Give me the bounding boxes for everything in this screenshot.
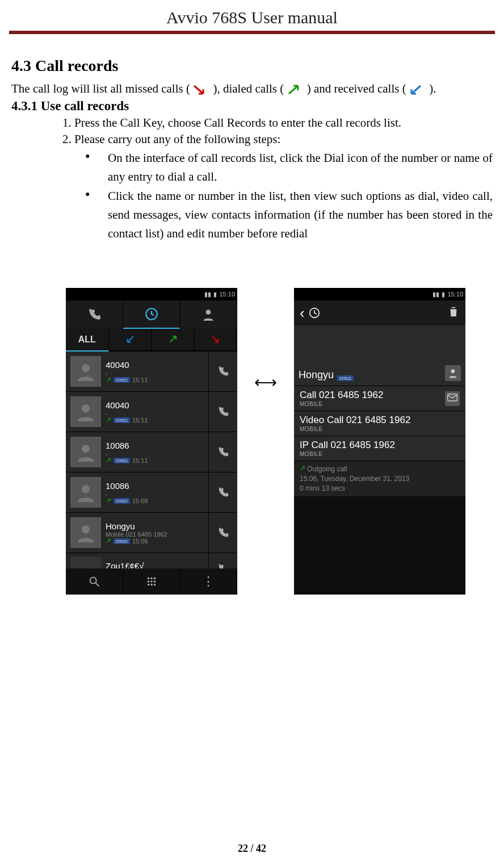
call-time: 15:11 bbox=[132, 376, 148, 383]
back-button[interactable]: ‹ bbox=[300, 304, 305, 322]
list-item[interactable]: Zou1£¢€√ Mobile 159 2110 4708 bbox=[66, 553, 237, 568]
call-sub: - bbox=[106, 370, 108, 376]
call-name: Zou1£¢€√ bbox=[106, 561, 208, 569]
tab-contacts[interactable] bbox=[180, 300, 237, 329]
action-call[interactable]: Call 021 6485 1962 MOBILE bbox=[294, 386, 465, 411]
list-item[interactable]: 10086 - cmcc 15:08 bbox=[66, 472, 237, 513]
intro-part-3: ) and received calls ( bbox=[307, 82, 406, 95]
avatar bbox=[70, 557, 101, 568]
contact-name: Hongyu bbox=[299, 369, 334, 381]
call-name: 10086 bbox=[106, 441, 208, 450]
top-tabs bbox=[66, 300, 237, 329]
svg-point-5 bbox=[82, 485, 90, 493]
subsection-heading: 4.3.1 Use call records bbox=[11, 99, 493, 114]
call-time: 15:06 bbox=[132, 538, 148, 545]
carrier-badge: cmcc bbox=[114, 498, 130, 504]
dial-button[interactable] bbox=[208, 472, 237, 512]
tab-recent[interactable] bbox=[123, 300, 180, 329]
search-button[interactable] bbox=[66, 568, 123, 595]
contact-avatar-icon bbox=[445, 365, 461, 381]
filter-received[interactable] bbox=[109, 329, 152, 352]
section-heading: 4.3 Call records bbox=[11, 57, 493, 75]
svg-point-16 bbox=[153, 584, 156, 586]
step-1: 1. Press the Call Key, choose Call Recor… bbox=[62, 116, 493, 130]
outgoing-icon bbox=[106, 458, 111, 463]
call-time: 15:11 bbox=[132, 457, 148, 464]
battery-icon: ▮ bbox=[442, 291, 445, 298]
avatar bbox=[70, 517, 101, 548]
svg-point-7 bbox=[90, 578, 96, 584]
svg-point-3 bbox=[82, 404, 90, 412]
action-sub: MOBILE bbox=[300, 426, 460, 432]
svg-point-6 bbox=[82, 525, 90, 533]
svg-point-1 bbox=[206, 309, 211, 315]
outgoing-icon bbox=[300, 466, 305, 471]
action-title: IP Call 021 6485 1962 bbox=[300, 440, 460, 451]
step-2: 2. Please carry out any of the following… bbox=[62, 132, 493, 147]
double-arrow-icon: ⟷ bbox=[237, 373, 294, 392]
received-call-icon bbox=[409, 83, 426, 96]
status-bar: ▮▮ ▮ 15:10 bbox=[66, 288, 237, 300]
svg-point-8 bbox=[147, 578, 149, 580]
dial-button[interactable] bbox=[208, 432, 237, 472]
sms-icon[interactable] bbox=[445, 391, 460, 406]
page-number: 22 / 42 bbox=[0, 843, 504, 855]
avatar bbox=[70, 396, 101, 427]
menu-button[interactable]: ⋮ bbox=[180, 568, 237, 595]
intro-part-4: ). bbox=[429, 82, 436, 95]
list-item[interactable]: 40040 - cmcc 15:11 bbox=[66, 392, 237, 432]
svg-point-11 bbox=[147, 580, 149, 583]
battery-icon: ▮ bbox=[213, 291, 217, 298]
call-list: 40040 - cmcc 15:11 bbox=[66, 352, 237, 568]
list-item[interactable]: 40040 - cmcc 15:11 bbox=[66, 352, 237, 392]
dial-button[interactable] bbox=[208, 513, 237, 553]
svg-point-2 bbox=[82, 364, 90, 372]
action-title: Video Call 021 6485 1962 bbox=[300, 415, 460, 426]
filter-dialed[interactable] bbox=[152, 329, 195, 352]
header-rule bbox=[9, 31, 495, 34]
carrier-badge: cmcc bbox=[337, 375, 354, 381]
list-item[interactable]: Hongyu Mobile 021 6485 1962 cmcc 15:06 bbox=[66, 513, 237, 553]
svg-point-12 bbox=[150, 580, 153, 583]
filter-missed[interactable] bbox=[195, 329, 238, 352]
signal-icon: ▮▮ bbox=[432, 291, 439, 298]
svg-point-15 bbox=[150, 584, 153, 586]
action-ip-call[interactable]: IP Call 021 6485 1962 MOBILE bbox=[294, 436, 465, 461]
action-sub: MOBILE bbox=[300, 401, 445, 407]
outgoing-icon bbox=[106, 498, 111, 504]
delete-button[interactable] bbox=[447, 306, 460, 321]
dialed-call-icon bbox=[287, 83, 304, 96]
svg-point-10 bbox=[153, 578, 156, 580]
call-sub: - bbox=[106, 450, 108, 457]
dial-button[interactable] bbox=[208, 392, 237, 432]
status-time: 15:10 bbox=[447, 291, 463, 298]
outgoing-icon bbox=[106, 417, 111, 423]
dialpad-toggle[interactable] bbox=[123, 568, 180, 595]
carrier-badge: cmcc bbox=[114, 417, 130, 423]
intro-part-2: ), dialed calls ( bbox=[213, 82, 284, 95]
action-video-call[interactable]: Video Call 021 6485 1962 MOBILE bbox=[294, 411, 465, 436]
page-header-title: Avvio 768S User manual bbox=[11, 0, 493, 31]
last-call-info: Outgoing call 15:06, Tuesday, December 3… bbox=[294, 461, 465, 496]
last-call-datetime: 15:06, Tuesday, December 31, 2013 bbox=[300, 474, 460, 484]
intro-part-1: The call log will list all missed calls … bbox=[11, 82, 190, 95]
svg-point-9 bbox=[150, 578, 153, 580]
call-sub: - bbox=[106, 491, 108, 497]
avatar bbox=[70, 437, 101, 467]
detail-header: ‹ bbox=[294, 300, 465, 325]
dial-button[interactable] bbox=[208, 352, 237, 391]
carrier-badge: cmcc bbox=[114, 538, 130, 544]
outgoing-icon bbox=[106, 538, 111, 544]
call-name: 40040 bbox=[106, 360, 208, 370]
bottom-bar: ⋮ bbox=[66, 568, 237, 595]
list-item[interactable]: 10086 - cmcc 15:11 bbox=[66, 432, 237, 472]
avatar bbox=[70, 356, 101, 387]
call-sub: - bbox=[106, 410, 108, 417]
dial-button[interactable] bbox=[208, 553, 237, 568]
svg-point-4 bbox=[82, 445, 90, 453]
svg-point-18 bbox=[451, 369, 455, 373]
filter-all[interactable]: ALL bbox=[66, 329, 109, 352]
tab-dialer[interactable] bbox=[66, 300, 123, 329]
svg-point-14 bbox=[147, 584, 149, 586]
call-time: 15:11 bbox=[132, 417, 148, 424]
